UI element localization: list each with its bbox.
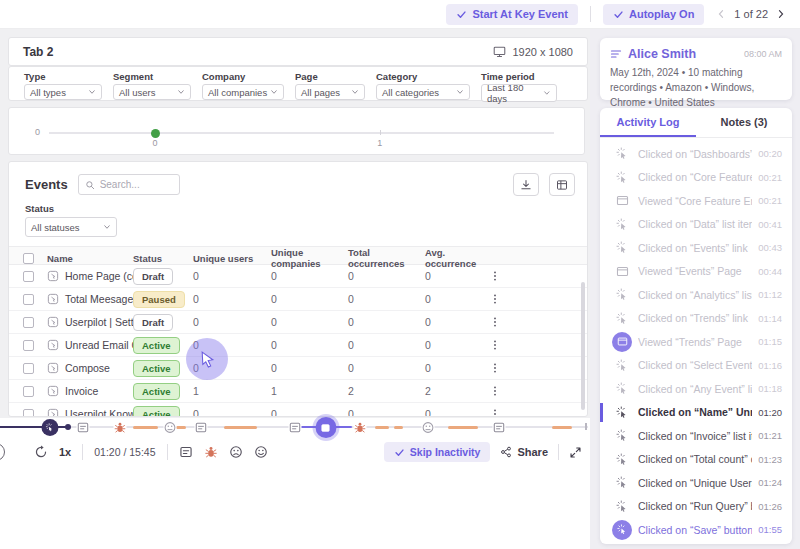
- row-menu-button[interactable]: [489, 362, 513, 374]
- activity-timestamp: 01:18: [758, 383, 782, 394]
- timeline-marker-bug[interactable]: [113, 421, 126, 434]
- session-meta: May 12th, 2024 • 10 matching recordings …: [610, 65, 782, 110]
- activity-log-item[interactable]: Clicked on “Dashboards” list item 00:20: [612, 142, 782, 166]
- tab-activity-log[interactable]: Activity Log: [600, 108, 696, 137]
- activity-log-item[interactable]: Clicked on “Name” Unread Email C... 01:2…: [612, 401, 782, 425]
- event-table-row[interactable]: Compose Active 0 0 0 0: [9, 357, 587, 380]
- activity-icon: [612, 473, 632, 493]
- activity-log-item[interactable]: Clicked on “Analytics” list item 01:12: [612, 283, 782, 307]
- row-checkbox[interactable]: [23, 409, 34, 418]
- timeline-marker-meh[interactable]: [163, 421, 176, 434]
- activity-log-item[interactable]: Clicked on “Invoice” list item 01:21: [612, 424, 782, 448]
- activity-log-item[interactable]: Clicked on “Total count” dropdown 01:23: [612, 448, 782, 472]
- replay-skip-icon[interactable]: [34, 445, 48, 459]
- row-menu-button[interactable]: [489, 339, 513, 351]
- activity-text: Clicked on “Unique Users” list item: [638, 477, 752, 489]
- row-menu-button[interactable]: [489, 270, 513, 282]
- skip-inactivity-toggle[interactable]: Skip Inactivity: [384, 442, 491, 462]
- row-checkbox[interactable]: [23, 294, 34, 305]
- timeline-marker-bug[interactable]: [353, 421, 366, 434]
- autoplay-button[interactable]: Autoplay On: [603, 4, 704, 25]
- frustration-marker-icon[interactable]: [229, 445, 243, 459]
- check-icon: [456, 9, 467, 20]
- monitor-icon: [493, 45, 506, 58]
- timeline-marker-meh[interactable]: [421, 421, 434, 434]
- activity-log-item[interactable]: Clicked on “Trends” link 01:14: [612, 307, 782, 331]
- activity-log-item[interactable]: Viewed “Trends” Page 01:15: [612, 330, 782, 354]
- activity-log-item[interactable]: Clicked on “Events” link 00:43: [612, 236, 782, 260]
- chart-data-point[interactable]: [151, 129, 160, 138]
- session-menu-icon[interactable]: [610, 48, 622, 60]
- timeline-marker-active[interactable]: [315, 417, 336, 438]
- column-header-unique-users[interactable]: Unique users: [193, 253, 271, 264]
- timeline-marker-note[interactable]: [76, 421, 89, 434]
- add-note-icon[interactable]: [179, 445, 193, 459]
- activity-log-item[interactable]: Clicked on “Data” list item 00:41: [612, 213, 782, 237]
- row-menu-button[interactable]: [489, 408, 513, 417]
- activity-log-item[interactable]: Clicked on “Select Event” dropdown 01:16: [612, 354, 782, 378]
- unique-users-value: 0: [193, 316, 271, 328]
- share-button[interactable]: Share: [500, 446, 548, 458]
- activity-log-item[interactable]: Clicked on “Run Query” button 01:26: [612, 495, 782, 519]
- bug-marker-icon[interactable]: [204, 445, 218, 459]
- row-checkbox[interactable]: [23, 386, 34, 397]
- timeline-marker-current[interactable]: [42, 419, 59, 436]
- row-menu-button[interactable]: [489, 316, 513, 328]
- event-table-row[interactable]: Userpilot | Settings Draft 0 0 0 0: [9, 311, 587, 334]
- playback-speed-button[interactable]: 1x: [59, 446, 71, 458]
- timeline-marker-tick[interactable]: [585, 423, 587, 430]
- activity-log-item[interactable]: Clicked on “Unique Users” list item 01:2…: [612, 471, 782, 495]
- row-menu-button[interactable]: [489, 293, 513, 305]
- play-pause-button[interactable]: [0, 443, 5, 461]
- unique-users-value: 0: [193, 270, 271, 282]
- filter-segment: Segment All users: [113, 71, 191, 100]
- filter-value: Last 180 days: [487, 82, 543, 104]
- activity-log-item[interactable]: Viewed “Core Feature Engagment” 00:21: [612, 189, 782, 213]
- event-table-row[interactable]: Invoice Active 1 1 2 2: [9, 380, 587, 403]
- column-header-status[interactable]: Status: [133, 253, 193, 264]
- next-session-icon[interactable]: [776, 9, 786, 19]
- column-header-total-occurrences[interactable]: Total occurrences: [348, 247, 425, 269]
- row-checkbox[interactable]: [23, 340, 34, 351]
- column-header-unique-companies[interactable]: Unique companies: [271, 247, 348, 269]
- select-all-checkbox[interactable]: [23, 253, 34, 264]
- export-button[interactable]: [513, 173, 539, 196]
- row-checkbox[interactable]: [23, 363, 34, 374]
- previous-session-icon[interactable]: [716, 9, 726, 19]
- table-scrollbar[interactable]: [581, 282, 585, 410]
- activity-log-item[interactable]: Clicked on “Save” button 01:55: [612, 518, 782, 542]
- row-menu-button[interactable]: [489, 385, 513, 397]
- timeline-marker-note[interactable]: [289, 421, 302, 434]
- column-header-avg-occurrence[interactable]: Avg. occurrence: [425, 247, 489, 269]
- playback-timeline[interactable]: [0, 418, 590, 436]
- activity-log-item[interactable]: Clicked on “Core Feature Engagem... 00:2…: [612, 166, 782, 190]
- filter-select[interactable]: All companies: [202, 84, 284, 100]
- row-checkbox[interactable]: [23, 317, 34, 328]
- activity-log-item[interactable]: Viewed “Events” Page 00:44: [612, 260, 782, 284]
- filter-select[interactable]: All types: [24, 84, 102, 100]
- timeline-marker-dot[interactable]: [65, 424, 71, 430]
- activity-log-item[interactable]: Clicked on “Any Event” list item 01:18: [612, 377, 782, 401]
- filter-select[interactable]: Last 180 days: [481, 84, 557, 102]
- status-badge: Paused: [133, 291, 185, 308]
- happy-marker-icon[interactable]: [254, 445, 268, 459]
- filter-select[interactable]: All users: [113, 84, 191, 100]
- event-table-row[interactable]: Unread Email Click Active 0 0 0 0: [9, 334, 587, 357]
- search-input[interactable]: [100, 179, 170, 190]
- event-table-row[interactable]: Userpilot Knowledge ... Active 0 0 0 0: [9, 403, 587, 417]
- row-checkbox[interactable]: [23, 271, 34, 282]
- sidebar-tabs: Activity Log Notes (3): [600, 108, 792, 138]
- start-at-key-event-button[interactable]: Start At Key Event: [446, 4, 578, 25]
- timeline-marker-note[interactable]: [492, 421, 505, 434]
- status-filter-select[interactable]: All statuses: [25, 217, 117, 237]
- events-search[interactable]: [78, 174, 180, 195]
- fullscreen-button[interactable]: [569, 446, 582, 459]
- filter-select[interactable]: All pages: [295, 84, 365, 100]
- event-table-row[interactable]: Total Meesages Paused 0 0 0 0: [9, 288, 587, 311]
- user-name[interactable]: Alice Smith: [628, 47, 738, 61]
- timeline-marker-note[interactable]: [194, 421, 207, 434]
- filter-select[interactable]: All categories: [376, 84, 470, 100]
- column-header-name[interactable]: Name: [47, 253, 133, 264]
- manage-columns-button[interactable]: [549, 173, 575, 196]
- tab-notes[interactable]: Notes (3): [696, 108, 792, 137]
